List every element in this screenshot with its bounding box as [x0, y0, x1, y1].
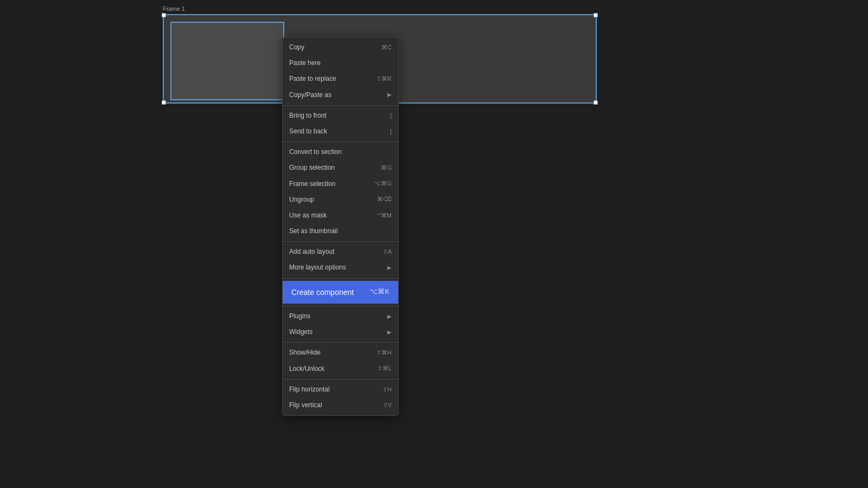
- menu-item-label: Use as mask: [289, 210, 374, 221]
- menu-section-3: Add auto layout⇧AMore layout options▶: [283, 242, 398, 278]
- menu-item-shortcut: ⌘G: [381, 163, 392, 173]
- menu-item-convert-to-section[interactable]: Convert to section: [283, 144, 398, 160]
- menu-item-shortcut: ⌘⌫: [377, 195, 392, 204]
- menu-item-shortcut: ]: [390, 111, 392, 121]
- menu-item-add-auto-layout[interactable]: Add auto layout⇧A: [283, 244, 398, 260]
- menu-item-bring-to-front[interactable]: Bring to front]: [283, 108, 398, 124]
- menu-item-label: Add auto layout: [289, 247, 379, 257]
- menu-item-arrow-icon: ▶: [387, 312, 392, 321]
- menu-item-label: Flip horizontal: [289, 384, 378, 395]
- handle-top-left[interactable]: [162, 13, 166, 17]
- menu-item-label: Copy: [289, 42, 377, 53]
- menu-item-flip-horizontal[interactable]: Flip horizontal⇧H: [283, 382, 398, 397]
- menu-item-arrow-icon: ▶: [387, 328, 392, 337]
- menu-item-shortcut: ⇧⌘H: [376, 348, 392, 358]
- menu-section-7: Flip horizontal⇧HFlip vertical⇧V: [283, 380, 398, 415]
- menu-section-0: Copy⌘CPaste herePaste to replace⇧⌘RCopy/…: [283, 37, 398, 106]
- menu-item-arrow-icon: ▶: [387, 264, 392, 272]
- menu-item-widgets[interactable]: Widgets▶: [283, 324, 398, 340]
- menu-section-2: Convert to sectionGroup selection⌘GFrame…: [283, 142, 398, 242]
- menu-item-show-hide[interactable]: Show/Hide⇧⌘H: [283, 345, 398, 361]
- menu-item-label: Set as thumbnail: [289, 226, 392, 236]
- menu-item-arrow-icon: ▶: [387, 91, 392, 99]
- handle-bottom-right[interactable]: [593, 100, 598, 105]
- menu-item-shortcut: ⇧⌘L: [378, 364, 392, 374]
- menu-item-label: Plugins: [289, 311, 387, 322]
- menu-item-label: Send to back: [289, 126, 386, 137]
- menu-item-label: Widgets: [289, 327, 387, 337]
- menu-item-copy[interactable]: Copy⌘C: [283, 40, 398, 55]
- menu-item-set-as-thumbnail[interactable]: Set as thumbnail: [283, 223, 398, 239]
- menu-item-send-to-back[interactable]: Send to back[: [283, 124, 398, 139]
- canvas: Frame 1 Copy⌘CPaste herePaste to replace…: [0, 0, 868, 488]
- menu-item-copy-paste-as[interactable]: Copy/Paste as▶: [283, 87, 398, 103]
- menu-item-shortcut: ⇧⌘R: [376, 74, 392, 84]
- menu-section-6: Show/Hide⇧⌘HLock/Unlock⇧⌘L: [283, 343, 398, 379]
- menu-item-shortcut: ⇧V: [383, 401, 392, 410]
- menu-item-more-layout-options[interactable]: More layout options▶: [283, 260, 398, 275]
- menu-item-shortcut: ⇧H: [382, 385, 392, 395]
- menu-item-label: Lock/Unlock: [289, 364, 373, 374]
- menu-item-shortcut: ^⌘M: [378, 211, 392, 221]
- menu-item-paste-here[interactable]: Paste here: [283, 55, 398, 71]
- menu-item-label: Paste to replace: [289, 74, 372, 84]
- menu-item-lock-unlock[interactable]: Lock/Unlock⇧⌘L: [283, 361, 398, 377]
- handle-bottom-left[interactable]: [162, 100, 166, 105]
- menu-section-1: Bring to front]Send to back[: [283, 106, 398, 142]
- menu-item-ungroup[interactable]: Ungroup⌘⌫: [283, 192, 398, 208]
- menu-item-label: Group selection: [289, 163, 376, 173]
- menu-item-label: Copy/Paste as: [289, 90, 387, 100]
- frame-label: Frame 1: [163, 5, 597, 12]
- menu-section-5: Plugins▶Widgets▶: [283, 306, 398, 343]
- menu-item-group-selection[interactable]: Group selection⌘G: [283, 160, 398, 176]
- menu-item-label: Ungroup: [289, 195, 373, 205]
- menu-item-label: Frame selection: [289, 179, 369, 189]
- menu-section-4: Create component⌥⌘K: [283, 279, 398, 306]
- menu-item-label: More layout options: [289, 262, 387, 273]
- menu-item-label: Create component: [291, 286, 365, 298]
- menu-item-shortcut: [: [390, 127, 392, 137]
- menu-item-shortcut: ⌥⌘K: [369, 286, 390, 298]
- menu-item-shortcut: ⇧A: [383, 247, 392, 257]
- menu-item-use-as-mask[interactable]: Use as mask^⌘M: [283, 208, 398, 223]
- handle-top-right[interactable]: [593, 13, 598, 17]
- menu-item-label: Paste here: [289, 58, 392, 68]
- inner-selected-element[interactable]: [170, 22, 284, 100]
- menu-item-plugins[interactable]: Plugins▶: [283, 309, 398, 324]
- menu-item-frame-selection[interactable]: Frame selection⌥⌘G: [283, 176, 398, 192]
- menu-item-label: Flip vertical: [289, 400, 379, 410]
- context-menu: Copy⌘CPaste herePaste to replace⇧⌘RCopy/…: [282, 37, 399, 416]
- menu-item-flip-vertical[interactable]: Flip vertical⇧V: [283, 397, 398, 413]
- menu-item-label: Bring to front: [289, 111, 386, 121]
- menu-item-paste-to-replace[interactable]: Paste to replace⇧⌘R: [283, 71, 398, 87]
- menu-item-shortcut: ⌥⌘G: [374, 179, 392, 189]
- menu-item-shortcut: ⌘C: [381, 43, 392, 53]
- menu-item-label: Convert to section: [289, 147, 392, 157]
- menu-item-create-component[interactable]: Create component⌥⌘K: [283, 281, 398, 304]
- menu-item-label: Show/Hide: [289, 348, 372, 358]
